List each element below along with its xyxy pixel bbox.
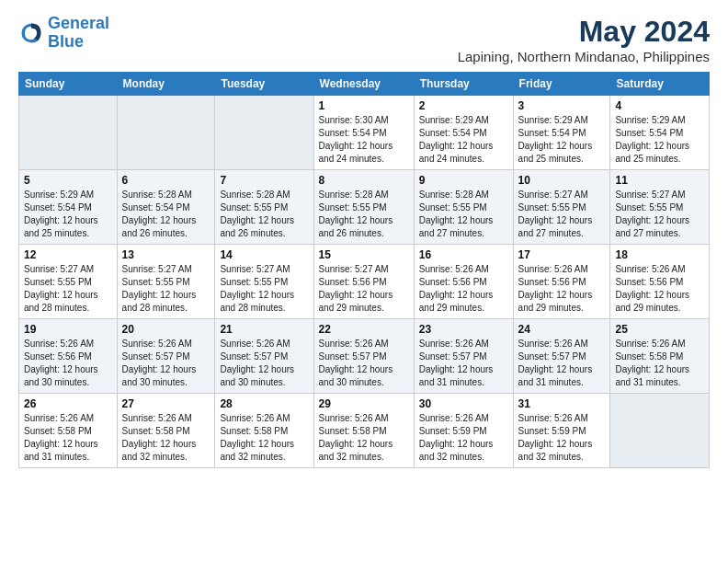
calendar-week-4: 26Sunrise: 5:26 AM Sunset: 5:58 PM Dayli… [19, 394, 710, 468]
day-info: Sunrise: 5:26 AM Sunset: 5:59 PM Dayligh… [419, 412, 508, 464]
day-info: Sunrise: 5:30 AM Sunset: 5:54 PM Dayligh… [319, 114, 409, 166]
table-row: 3Sunrise: 5:29 AM Sunset: 5:54 PM Daylig… [513, 96, 610, 170]
day-number: 20 [122, 323, 210, 336]
day-number: 31 [518, 397, 606, 410]
table-row: 26Sunrise: 5:26 AM Sunset: 5:58 PM Dayli… [19, 394, 118, 468]
table-row: 19Sunrise: 5:26 AM Sunset: 5:56 PM Dayli… [19, 319, 118, 394]
header-monday: Monday [117, 73, 215, 96]
table-row: 27Sunrise: 5:26 AM Sunset: 5:58 PM Dayli… [117, 394, 215, 468]
day-info: Sunrise: 5:26 AM Sunset: 5:58 PM Dayligh… [615, 338, 704, 389]
day-number: 28 [220, 397, 308, 410]
table-row: 29Sunrise: 5:26 AM Sunset: 5:58 PM Dayli… [313, 394, 414, 468]
day-number: 5 [24, 174, 112, 187]
logo-icon [18, 20, 44, 46]
table-row: 21Sunrise: 5:26 AM Sunset: 5:57 PM Dayli… [215, 319, 313, 394]
day-info: Sunrise: 5:26 AM Sunset: 5:57 PM Dayligh… [518, 338, 606, 389]
day-info: Sunrise: 5:29 AM Sunset: 5:54 PM Dayligh… [419, 114, 508, 166]
calendar-week-0: 1Sunrise: 5:30 AM Sunset: 5:54 PM Daylig… [19, 96, 710, 170]
day-number: 12 [24, 248, 112, 261]
day-number: 17 [518, 248, 606, 261]
day-info: Sunrise: 5:28 AM Sunset: 5:54 PM Dayligh… [122, 189, 210, 240]
day-info: Sunrise: 5:26 AM Sunset: 5:58 PM Dayligh… [122, 412, 210, 464]
table-row: 14Sunrise: 5:27 AM Sunset: 5:55 PM Dayli… [215, 245, 313, 319]
table-row: 30Sunrise: 5:26 AM Sunset: 5:59 PM Dayli… [414, 394, 513, 468]
day-number: 7 [220, 174, 308, 187]
header-saturday: Saturday [610, 73, 710, 96]
day-number: 13 [122, 248, 210, 261]
table-row: 25Sunrise: 5:26 AM Sunset: 5:58 PM Dayli… [610, 319, 710, 394]
day-info: Sunrise: 5:26 AM Sunset: 5:56 PM Dayligh… [615, 263, 704, 315]
day-info: Sunrise: 5:26 AM Sunset: 5:56 PM Dayligh… [419, 263, 508, 315]
calendar-week-3: 19Sunrise: 5:26 AM Sunset: 5:56 PM Dayli… [19, 319, 710, 394]
day-info: Sunrise: 5:26 AM Sunset: 5:56 PM Dayligh… [24, 338, 112, 389]
day-info: Sunrise: 5:27 AM Sunset: 5:55 PM Dayligh… [24, 263, 112, 315]
table-row: 7Sunrise: 5:28 AM Sunset: 5:55 PM Daylig… [215, 170, 313, 245]
header-sunday: Sunday [19, 73, 118, 96]
day-info: Sunrise: 5:27 AM Sunset: 5:55 PM Dayligh… [615, 189, 704, 240]
header: General Blue May 2024 Lapining, Northern… [18, 15, 710, 64]
day-info: Sunrise: 5:26 AM Sunset: 5:57 PM Dayligh… [419, 338, 508, 389]
day-number: 10 [518, 174, 606, 187]
table-row: 31Sunrise: 5:26 AM Sunset: 5:59 PM Dayli… [513, 394, 610, 468]
logo-line2: Blue [48, 32, 84, 51]
logo: General Blue [18, 15, 109, 52]
page: General Blue May 2024 Lapining, Northern… [0, 0, 728, 477]
table-row: 12Sunrise: 5:27 AM Sunset: 5:55 PM Dayli… [19, 245, 118, 319]
table-row: 23Sunrise: 5:26 AM Sunset: 5:57 PM Dayli… [414, 319, 513, 394]
day-number: 25 [615, 323, 704, 336]
table-row: 13Sunrise: 5:27 AM Sunset: 5:55 PM Dayli… [117, 245, 215, 319]
day-number: 1 [319, 99, 409, 112]
calendar-week-1: 5Sunrise: 5:29 AM Sunset: 5:54 PM Daylig… [19, 170, 710, 245]
day-info: Sunrise: 5:26 AM Sunset: 5:57 PM Dayligh… [122, 338, 210, 389]
day-number: 18 [615, 248, 704, 261]
day-number: 15 [319, 248, 409, 261]
day-number: 27 [122, 397, 210, 410]
day-number: 29 [319, 397, 409, 410]
day-info: Sunrise: 5:28 AM Sunset: 5:55 PM Dayligh… [220, 189, 308, 240]
table-row: 4Sunrise: 5:29 AM Sunset: 5:54 PM Daylig… [610, 96, 710, 170]
day-number: 4 [615, 99, 704, 112]
header-thursday: Thursday [414, 73, 513, 96]
table-row: 24Sunrise: 5:26 AM Sunset: 5:57 PM Dayli… [513, 319, 610, 394]
table-row: 18Sunrise: 5:26 AM Sunset: 5:56 PM Dayli… [610, 245, 710, 319]
table-row: 28Sunrise: 5:26 AM Sunset: 5:58 PM Dayli… [215, 394, 313, 468]
day-number: 30 [419, 397, 508, 410]
month-title: May 2024 [458, 15, 710, 49]
calendar: Sunday Monday Tuesday Wednesday Thursday… [18, 72, 710, 468]
day-info: Sunrise: 5:26 AM Sunset: 5:58 PM Dayligh… [24, 412, 112, 464]
table-row: 20Sunrise: 5:26 AM Sunset: 5:57 PM Dayli… [117, 319, 215, 394]
day-number: 11 [615, 174, 704, 187]
day-info: Sunrise: 5:26 AM Sunset: 5:57 PM Dayligh… [220, 338, 308, 389]
location: Lapining, Northern Mindanao, Philippines [458, 49, 710, 64]
table-row: 15Sunrise: 5:27 AM Sunset: 5:56 PM Dayli… [313, 245, 414, 319]
day-number: 14 [220, 248, 308, 261]
table-row [610, 394, 710, 468]
table-row: 16Sunrise: 5:26 AM Sunset: 5:56 PM Dayli… [414, 245, 513, 319]
day-info: Sunrise: 5:26 AM Sunset: 5:56 PM Dayligh… [518, 263, 606, 315]
title-section: May 2024 Lapining, Northern Mindanao, Ph… [458, 15, 710, 64]
day-number: 6 [122, 174, 210, 187]
logo-text: General Blue [48, 15, 109, 52]
day-number: 16 [419, 248, 508, 261]
day-info: Sunrise: 5:28 AM Sunset: 5:55 PM Dayligh… [319, 189, 409, 240]
logo-line1: General [48, 14, 109, 32]
day-info: Sunrise: 5:28 AM Sunset: 5:55 PM Dayligh… [419, 189, 508, 240]
day-info: Sunrise: 5:26 AM Sunset: 5:58 PM Dayligh… [220, 412, 308, 464]
day-info: Sunrise: 5:29 AM Sunset: 5:54 PM Dayligh… [518, 114, 606, 166]
header-wednesday: Wednesday [313, 73, 414, 96]
day-number: 26 [24, 397, 112, 410]
day-number: 9 [419, 174, 508, 187]
day-number: 2 [419, 99, 508, 112]
header-friday: Friday [513, 73, 610, 96]
table-row: 22Sunrise: 5:26 AM Sunset: 5:57 PM Dayli… [313, 319, 414, 394]
table-row [117, 96, 215, 170]
day-info: Sunrise: 5:27 AM Sunset: 5:55 PM Dayligh… [122, 263, 210, 315]
table-row: 1Sunrise: 5:30 AM Sunset: 5:54 PM Daylig… [313, 96, 414, 170]
table-row: 9Sunrise: 5:28 AM Sunset: 5:55 PM Daylig… [414, 170, 513, 245]
table-row: 11Sunrise: 5:27 AM Sunset: 5:55 PM Dayli… [610, 170, 710, 245]
table-row: 17Sunrise: 5:26 AM Sunset: 5:56 PM Dayli… [513, 245, 610, 319]
day-number: 24 [518, 323, 606, 336]
day-info: Sunrise: 5:27 AM Sunset: 5:55 PM Dayligh… [220, 263, 308, 315]
calendar-header-row: Sunday Monday Tuesday Wednesday Thursday… [19, 73, 710, 96]
day-number: 23 [419, 323, 508, 336]
